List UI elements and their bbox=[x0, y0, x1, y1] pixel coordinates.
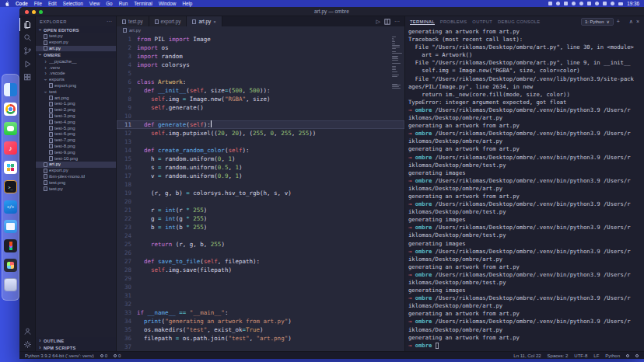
tree-item-export.py[interactable]: export.py bbox=[36, 168, 116, 174]
tree-item-.venv[interactable]: ›.venv bbox=[36, 64, 116, 71]
minimap[interactable] bbox=[392, 37, 402, 91]
section-outline[interactable]: ›OUTLINE bbox=[36, 337, 116, 344]
terminal-output[interactable]: generating an artwork from art.pyTraceba… bbox=[405, 26, 644, 351]
close-tab-icon[interactable]: × bbox=[213, 19, 216, 24]
menu-item-code[interactable]: Code bbox=[16, 0, 28, 7]
menu-item-view[interactable]: View bbox=[89, 0, 100, 7]
menubar-status-icon[interactable] bbox=[587, 2, 591, 5]
editor-more-actions-icon[interactable]: ··· bbox=[394, 19, 400, 24]
tree-item-test.png[interactable]: test.png bbox=[36, 179, 116, 186]
notifications-bell-icon[interactable] bbox=[635, 354, 639, 357]
panel-tab-debug-console[interactable]: DEBUG CONSOLE bbox=[498, 19, 540, 25]
menu-item-selection[interactable]: Selection bbox=[63, 0, 83, 7]
search-icon[interactable] bbox=[19, 31, 36, 44]
status-ln-11-col-22[interactable]: Ln 11, Col 22 bbox=[513, 353, 541, 358]
menubar-wifi-icon[interactable] bbox=[611, 2, 614, 5]
tree-item-test.py[interactable]: test.py bbox=[36, 186, 116, 192]
tree-item-test[interactable]: ›test bbox=[36, 89, 116, 95]
editor-tab-art.py[interactable]: art.py× bbox=[187, 16, 222, 26]
open-editor-export.py[interactable]: export.py bbox=[36, 40, 116, 46]
menu-item-file[interactable]: File bbox=[34, 0, 42, 7]
vscode-dock-icon[interactable]: </> bbox=[4, 200, 17, 214]
tree-item-test-8.png[interactable]: test-8.png bbox=[36, 144, 116, 150]
split-editor-icon[interactable] bbox=[384, 19, 390, 25]
run-debug-icon[interactable] bbox=[19, 57, 36, 71]
breadcrumb[interactable]: art.py bbox=[117, 26, 404, 34]
menu-item-terminal[interactable]: Terminal bbox=[134, 0, 152, 7]
tree-item-test-6.png[interactable]: test-6.png bbox=[36, 131, 116, 137]
tree-item-test-2.png[interactable]: test-2.png bbox=[36, 107, 116, 113]
close-window-button[interactable] bbox=[25, 10, 29, 14]
tree-item-art.png[interactable]: art.png bbox=[36, 95, 116, 101]
zoom-window-button[interactable] bbox=[39, 10, 43, 14]
chrome-dock-icon[interactable] bbox=[4, 103, 17, 116]
trash-dock-icon[interactable] bbox=[4, 278, 17, 291]
explorer-icon[interactable] bbox=[19, 18, 36, 31]
editor-tab-test.py[interactable]: test.py bbox=[117, 16, 149, 26]
minimize-window-button[interactable] bbox=[32, 10, 36, 14]
tree-item-__pycache__[interactable]: ›__pycache__ bbox=[36, 58, 116, 64]
status-utf-8[interactable]: UTF-8 bbox=[574, 353, 587, 358]
music-dock-icon[interactable]: ♪ bbox=[4, 141, 17, 155]
notes-dock-icon[interactable] bbox=[4, 220, 17, 233]
tree-item-test-5.png[interactable]: test-5.png bbox=[36, 125, 116, 131]
tree-item-test-7.png[interactable]: test-7.png bbox=[36, 137, 116, 144]
finder-dock-icon[interactable] bbox=[4, 83, 17, 96]
run-python-file-icon[interactable]: ▷ bbox=[376, 19, 380, 25]
new-terminal-icon[interactable]: + bbox=[617, 19, 620, 24]
tree-item-export.png[interactable]: export.png bbox=[36, 83, 116, 89]
menubar-status-icon[interactable] bbox=[572, 2, 576, 5]
status-lf[interactable]: LF bbox=[593, 353, 599, 358]
slack-dock-icon[interactable] bbox=[4, 161, 17, 174]
menu-item-window[interactable]: Window bbox=[159, 0, 176, 7]
menu-item-edit[interactable]: Edit bbox=[48, 0, 57, 7]
tree-item-ibm-plex-mono.ttf[interactable]: ibm-plex-mono.ttf bbox=[36, 174, 116, 180]
folder-root-header[interactable]: › OMBRE bbox=[36, 51, 116, 58]
apple-icon[interactable] bbox=[5, 1, 9, 6]
menubar-status-icon[interactable] bbox=[556, 2, 560, 5]
python-interpreter-status[interactable]: Python 3.9.2 64-bit ('.venv': venv) bbox=[25, 353, 94, 358]
panel-tab-terminal[interactable]: TERMINAL bbox=[410, 19, 435, 25]
status-spaces-2[interactable]: Spaces: 2 bbox=[548, 353, 569, 358]
account-icon[interactable] bbox=[19, 325, 36, 338]
menu-item-help[interactable]: Help bbox=[182, 0, 192, 7]
open-editors-header[interactable]: › OPEN EDITORS bbox=[36, 26, 116, 33]
open-editor-test.py[interactable]: test.py bbox=[36, 33, 116, 40]
errors-status[interactable]: 0 bbox=[100, 353, 107, 358]
tree-item-test-3.png[interactable]: test-3.png bbox=[36, 113, 116, 120]
menu-item-go[interactable]: Go bbox=[106, 0, 112, 7]
messages-dock-icon[interactable] bbox=[4, 122, 17, 135]
maximize-panel-icon[interactable]: ∧ bbox=[629, 19, 633, 24]
panel-tab-problems[interactable]: PROBLEMS bbox=[440, 19, 467, 25]
editor-tab-export.py[interactable]: export.py bbox=[149, 16, 187, 26]
status-python[interactable]: Python bbox=[605, 353, 620, 358]
source-control-icon[interactable] bbox=[19, 44, 36, 57]
tree-item-exports[interactable]: ›exports bbox=[36, 77, 116, 83]
menubar-bluetooth-icon[interactable] bbox=[603, 2, 607, 5]
menubar-clock[interactable]: 19:36 bbox=[627, 1, 639, 6]
close-panel-icon[interactable]: × bbox=[636, 19, 639, 24]
explorer-more-actions-icon[interactable]: ··· bbox=[107, 20, 112, 23]
menubar-status-icon[interactable] bbox=[579, 2, 583, 5]
tree-item-art.py[interactable]: art.py bbox=[36, 162, 116, 168]
open-editor-art.py[interactable]: art.py bbox=[36, 46, 116, 52]
menubar-status-icon[interactable] bbox=[564, 2, 568, 5]
tree-item-test-1.png[interactable]: test-1.png bbox=[36, 101, 116, 107]
tree-item-.vscode[interactable]: ›.vscode bbox=[36, 71, 116, 77]
terminal-shell-selector[interactable]: 1: Python ∨ bbox=[581, 18, 614, 26]
tree-item-test-4.png[interactable]: test-4.png bbox=[36, 119, 116, 125]
figma-dock-icon[interactable] bbox=[4, 239, 17, 252]
menubar-battery-icon[interactable] bbox=[618, 2, 623, 5]
tree-item-test-9.png[interactable]: test-9.png bbox=[36, 149, 116, 155]
tree-item-test-10.png[interactable]: test-10.png bbox=[36, 155, 116, 162]
menubar-status-icon[interactable] bbox=[548, 2, 552, 5]
section-npm-scripts[interactable]: ›NPM SCRIPTS bbox=[36, 344, 116, 351]
window-title-bar[interactable]: art.py — ombre bbox=[19, 7, 644, 16]
iterm-dock-icon[interactable]: >_ bbox=[4, 180, 17, 193]
warnings-status[interactable]: 0 bbox=[114, 353, 121, 358]
media-dock-icon[interactable] bbox=[4, 259, 17, 272]
settings-gear-icon[interactable] bbox=[19, 338, 36, 351]
feedback-icon[interactable] bbox=[626, 354, 629, 357]
menu-item-run[interactable]: Run bbox=[119, 0, 128, 7]
extensions-icon[interactable] bbox=[19, 71, 36, 84]
